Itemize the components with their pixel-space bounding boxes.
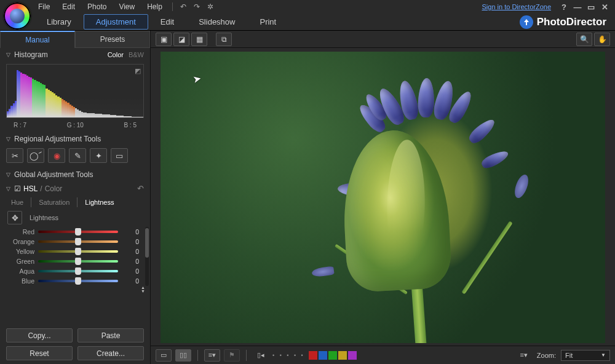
module-edit[interactable]: Edit bbox=[148, 14, 186, 30]
clone-tool-icon[interactable]: ✦ bbox=[90, 148, 107, 163]
slider-value: 0 bbox=[122, 277, 139, 285]
module-library[interactable]: Library bbox=[34, 14, 84, 30]
slider-blue[interactable]: Blue0 bbox=[0, 276, 143, 286]
settings-gear-icon[interactable]: ✲ bbox=[205, 1, 216, 12]
hsl-header[interactable]: ▽ ☑ HSL / Color ↶ bbox=[0, 181, 150, 196]
section-histogram-head[interactable]: ▽ Histogram Color B&W bbox=[0, 48, 150, 61]
rating-dots[interactable]: • • • • • bbox=[272, 352, 305, 358]
hsl-tab-lightness[interactable]: Lightness bbox=[81, 197, 117, 207]
slider-red[interactable]: Red0 bbox=[0, 227, 143, 237]
list-menu-icon[interactable]: ≡▾ bbox=[516, 349, 532, 362]
slider-track[interactable] bbox=[38, 280, 118, 282]
subtab-presets[interactable]: Presets bbox=[75, 31, 150, 48]
histogram-r: R : 7 bbox=[14, 122, 26, 129]
nav-prev-icon[interactable]: ▯◂ bbox=[253, 349, 269, 362]
color-chip[interactable] bbox=[338, 351, 347, 360]
help-icon[interactable]: ? bbox=[559, 2, 569, 11]
slider-track[interactable] bbox=[38, 231, 118, 233]
color-chip[interactable] bbox=[348, 351, 357, 360]
slider-label: Green bbox=[6, 258, 34, 265]
color-labels[interactable] bbox=[309, 351, 357, 360]
slider-label: Blue bbox=[6, 277, 34, 285]
hsl-title-color[interactable]: Color bbox=[45, 184, 63, 193]
signin-link[interactable]: Sign in to DirectorZone bbox=[482, 3, 552, 10]
hsl-title-sep: / bbox=[40, 184, 42, 193]
maximize-icon[interactable]: ▭ bbox=[586, 2, 596, 11]
menu-view[interactable]: View bbox=[113, 2, 141, 11]
sort-icon[interactable]: ≡▾ bbox=[204, 349, 220, 362]
hsl-tab-hue[interactable]: Hue bbox=[7, 197, 27, 207]
section-histogram-label: Histogram bbox=[14, 50, 48, 59]
spot-tool-icon[interactable]: ◯՜ bbox=[27, 148, 44, 163]
zoom-select[interactable]: Fit ▼ bbox=[561, 350, 610, 361]
section-global-label: Global Adjustment Tools bbox=[14, 170, 93, 179]
slider-track[interactable] bbox=[38, 270, 118, 272]
slider-thumb[interactable] bbox=[75, 238, 81, 245]
minimize-icon[interactable]: — bbox=[573, 2, 582, 11]
brush-tool-icon[interactable]: ✎ bbox=[69, 148, 86, 163]
crop-tool-icon[interactable]: ✂ bbox=[6, 148, 23, 163]
paste-button[interactable]: Paste bbox=[77, 328, 144, 342]
film-split-icon[interactable]: ▯▯ bbox=[175, 349, 191, 362]
slider-thumb[interactable] bbox=[75, 228, 81, 235]
copy-button[interactable]: Copy... bbox=[6, 328, 73, 342]
hsl-reset-icon[interactable]: ↶ bbox=[137, 184, 144, 193]
redeye-tool-icon[interactable]: ◉ bbox=[48, 148, 65, 163]
reset-button[interactable]: Reset bbox=[6, 346, 73, 360]
color-chip[interactable] bbox=[319, 351, 327, 360]
value-spinner[interactable]: ▲▼ bbox=[141, 286, 145, 293]
slider-orange[interactable]: Orange0 bbox=[0, 237, 143, 247]
section-regional-head[interactable]: ▽ Regional Adjustment Tools bbox=[0, 132, 150, 146]
view-secondary-icon[interactable]: ⧉ bbox=[216, 33, 232, 46]
color-chip[interactable] bbox=[328, 351, 337, 360]
slider-thumb[interactable] bbox=[75, 267, 81, 275]
slider-track[interactable] bbox=[38, 240, 118, 243]
undo-icon[interactable]: ↶ bbox=[178, 1, 189, 12]
histogram-mode-color[interactable]: Color bbox=[108, 51, 124, 58]
bottom-bar: ▭ ▯▯ ≡▾ ⚑ ▯◂ • • • • • ≡▾ Zoom: Fit ▼ bbox=[151, 346, 615, 364]
section-global-head[interactable]: ▽ Global Adjustment Tools bbox=[0, 168, 150, 181]
chevron-down-icon: ▽ bbox=[6, 52, 10, 58]
menu-edit[interactable]: Edit bbox=[56, 2, 81, 11]
hsl-tab-saturation[interactable]: Saturation bbox=[35, 197, 73, 207]
module-adjustment[interactable]: Adjustment bbox=[84, 14, 148, 30]
create-button[interactable]: Create... bbox=[77, 346, 144, 360]
film-single-icon[interactable]: ▭ bbox=[156, 349, 172, 362]
flag-icon[interactable]: ⚑ bbox=[224, 349, 240, 362]
subtab-manual[interactable]: Manual bbox=[0, 31, 75, 48]
slider-aqua[interactable]: Aqua0 bbox=[0, 266, 143, 276]
pan-tool-icon[interactable]: ✋ bbox=[594, 33, 610, 46]
histogram-readout: R : 7 G : 10 B : 5 bbox=[0, 121, 150, 132]
menu-photo[interactable]: Photo bbox=[81, 2, 113, 11]
gradient-tool-icon[interactable]: ▭ bbox=[111, 148, 128, 163]
slider-value: 0 bbox=[122, 228, 139, 235]
slider-thumb[interactable] bbox=[75, 248, 81, 255]
menu-file[interactable]: File bbox=[32, 2, 56, 11]
slider-thumb[interactable] bbox=[75, 277, 81, 285]
zoom-tool-icon[interactable]: 🔍 bbox=[576, 33, 592, 46]
hsl-group-label: Lightness bbox=[30, 214, 58, 221]
close-icon[interactable]: ✕ bbox=[600, 2, 609, 11]
target-adjust-icon[interactable]: ✥ bbox=[7, 211, 22, 224]
redo-icon[interactable]: ↷ bbox=[191, 1, 202, 12]
slider-green[interactable]: Green0 bbox=[0, 256, 143, 266]
color-chip[interactable] bbox=[309, 351, 317, 360]
module-slideshow[interactable]: Slideshow bbox=[186, 14, 247, 30]
chevron-down-icon: ▼ bbox=[601, 352, 606, 358]
slider-label: Yellow bbox=[6, 248, 34, 255]
view-grid-icon[interactable]: ▦ bbox=[191, 33, 207, 46]
view-single-icon[interactable]: ▣ bbox=[156, 33, 172, 46]
slider-track[interactable] bbox=[38, 260, 118, 263]
slider-yellow[interactable]: Yellow0 bbox=[0, 247, 143, 256]
section-regional-label: Regional Adjustment Tools bbox=[14, 135, 101, 143]
view-compare-icon[interactable]: ◪ bbox=[173, 33, 189, 46]
histogram-mode-bw[interactable]: B&W bbox=[129, 51, 144, 58]
slider-thumb[interactable] bbox=[75, 258, 81, 265]
image-canvas[interactable]: ➤ bbox=[161, 52, 605, 343]
slider-value: 0 bbox=[122, 238, 139, 245]
slider-track[interactable] bbox=[38, 250, 118, 253]
menu-help[interactable]: Help bbox=[141, 2, 169, 11]
slider-scrollbar[interactable] bbox=[145, 227, 149, 286]
slider-value: 0 bbox=[122, 248, 139, 255]
module-print[interactable]: Print bbox=[247, 14, 288, 30]
